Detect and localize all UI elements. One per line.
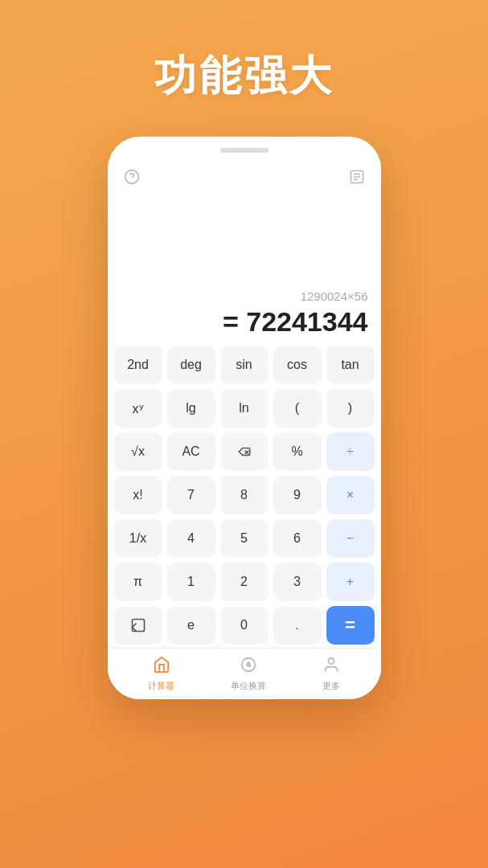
key-1-1[interactable]: lg [167, 389, 215, 428]
nav-icon-1 [240, 656, 257, 678]
key-row-1: xʸlgln() [114, 389, 375, 428]
key-4-4[interactable]: − [326, 519, 375, 558]
key-row-3: x!789× [114, 476, 375, 514]
key-0-3[interactable]: cos [273, 346, 322, 384]
key-row-0: 2nddegsincostan [114, 346, 375, 384]
key-6-3[interactable]: . [273, 606, 322, 645]
calculator-screen: 1290024×56 = 72241344 2nddegsincostanxʸl… [108, 159, 381, 699]
history-icon[interactable] [346, 166, 368, 188]
key-row-2: √xAC%÷ [114, 432, 375, 471]
key-2-1[interactable]: AC [167, 432, 215, 471]
key-4-3[interactable]: 6 [273, 519, 322, 558]
nav-label-0: 计算器 [148, 680, 174, 692]
key-0-4[interactable]: tan [326, 346, 375, 384]
nav-icon-0 [153, 656, 170, 678]
key-row-5: π123+ [114, 563, 375, 601]
key-3-3[interactable]: 9 [273, 476, 322, 514]
nav-label-2: 更多 [322, 680, 340, 692]
phone-speaker [220, 148, 269, 153]
key-0-1[interactable]: deg [167, 346, 215, 384]
key-2-0[interactable]: √x [114, 432, 162, 471]
key-4-0[interactable]: 1/x [114, 519, 162, 558]
key-5-3[interactable]: 3 [273, 563, 322, 601]
key-3-0[interactable]: x! [114, 476, 162, 514]
key-row-4: 1/x456− [114, 519, 375, 558]
key-row-6: e0.= [114, 606, 375, 645]
display-expression: 1290024×56 [301, 289, 368, 303]
headline: 功能强大 [154, 48, 334, 104]
key-2-2[interactable] [220, 432, 269, 471]
phone-frame: 1290024×56 = 72241344 2nddegsincostanxʸl… [108, 137, 381, 699]
nav-label-1: 单位换算 [231, 680, 266, 692]
key-6-4[interactable]: = [326, 606, 375, 645]
display-result: = 72241344 [223, 306, 368, 338]
svg-point-10 [247, 663, 250, 666]
help-icon[interactable] [121, 166, 143, 188]
key-5-4[interactable]: + [326, 563, 375, 601]
key-1-3[interactable]: ( [273, 389, 322, 428]
display-area: 1290024×56 = 72241344 [108, 191, 381, 346]
key-5-0[interactable]: π [114, 563, 162, 601]
calc-topbar [108, 159, 381, 191]
key-3-1[interactable]: 7 [167, 476, 215, 514]
key-3-4[interactable]: × [326, 476, 375, 514]
key-6-0[interactable] [114, 606, 162, 645]
nav-icon-2 [322, 656, 340, 678]
bottom-nav: 计算器单位换算更多 [108, 648, 381, 699]
key-4-1[interactable]: 4 [167, 519, 215, 558]
key-2-3[interactable]: % [273, 432, 322, 471]
nav-item-0[interactable]: 计算器 [148, 656, 174, 692]
key-4-2[interactable]: 5 [220, 519, 269, 558]
key-0-0[interactable]: 2nd [114, 346, 162, 384]
key-1-0[interactable]: xʸ [114, 389, 162, 428]
key-2-4[interactable]: ÷ [326, 432, 375, 471]
key-1-2[interactable]: ln [220, 389, 269, 428]
key-6-2[interactable]: 0 [220, 606, 269, 645]
nav-item-1[interactable]: 单位换算 [231, 656, 266, 692]
key-1-4[interactable]: ) [326, 389, 375, 428]
key-5-2[interactable]: 2 [220, 563, 269, 601]
key-0-2[interactable]: sin [220, 346, 269, 384]
key-5-1[interactable]: 1 [167, 563, 215, 601]
key-3-2[interactable]: 8 [220, 476, 269, 514]
svg-point-11 [328, 658, 334, 664]
key-6-1[interactable]: e [167, 606, 215, 645]
keypad: 2nddegsincostanxʸlgln()√xAC%÷x!789×1/x45… [108, 346, 381, 648]
nav-item-2[interactable]: 更多 [322, 656, 340, 692]
